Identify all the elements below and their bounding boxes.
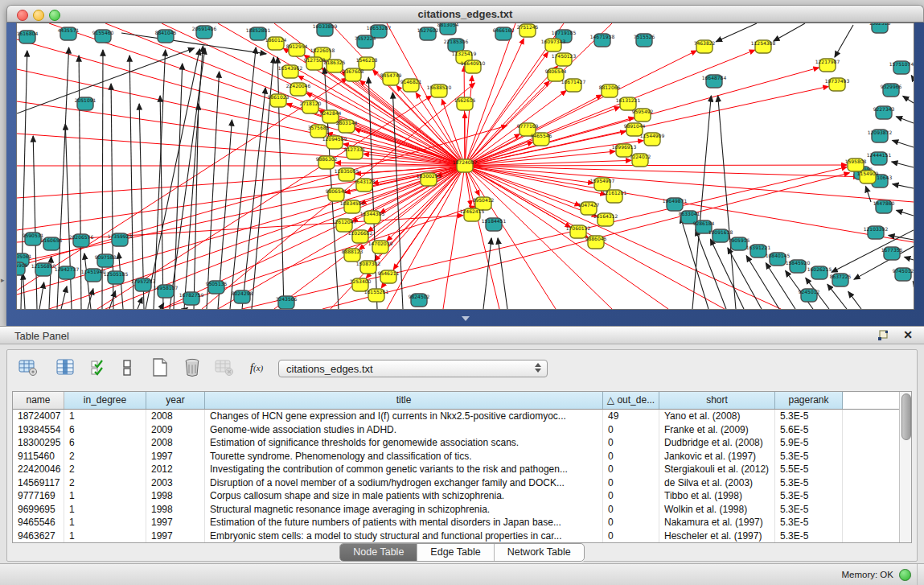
resize-grip[interactable] [917, 564, 918, 585]
rows-icon[interactable] [116, 356, 138, 379]
table-cell[interactable]: Changes of HCN gene expression and I(f) … [205, 410, 603, 423]
table-cell[interactable]: 9465546 [13, 516, 64, 529]
select-columns-icon[interactable] [88, 356, 110, 379]
table-row[interactable]: 911546021997Tourette syndrome. Phenomeno… [13, 450, 911, 463]
table-settings-icon[interactable] [17, 356, 39, 379]
table-cell[interactable]: 1997 [146, 516, 205, 529]
table-cell[interactable]: 1997 [146, 450, 205, 463]
table-row[interactable]: 1456911722003Disruption of a novel membe… [13, 476, 911, 490]
float-window-icon[interactable] [877, 330, 889, 341]
delete-table-icon[interactable] [213, 356, 236, 379]
table-cell[interactable]: 9777169 [13, 489, 64, 503]
table-cell[interactable]: Estimation of significance thresholds fo… [205, 436, 603, 450]
table-row[interactable]: 946362711997Embryonic stem cells: a mode… [13, 529, 911, 543]
table-cell[interactable]: 2009 [146, 423, 205, 437]
table-cell[interactable]: Wolkin et al. (1998) [659, 503, 775, 517]
table-cell[interactable]: 0 [603, 463, 659, 476]
table-cell[interactable]: 1 [64, 503, 146, 517]
table-cell[interactable]: Nakamura et al. (1997) [659, 516, 775, 529]
table-cell[interactable]: 0 [603, 423, 659, 437]
table-cell[interactable]: Dudbridge et al. (2008) [659, 436, 775, 450]
table-cell[interactable]: 0 [603, 516, 659, 529]
table-cell[interactable]: 2008 [146, 410, 205, 423]
table-row[interactable]: 969969511998Structural magnetic resonanc… [13, 503, 911, 517]
table-cell[interactable]: 2003 [146, 476, 205, 490]
table-cell[interactable]: 0 [603, 436, 659, 450]
table-cell[interactable]: 18724007 [13, 410, 64, 423]
table-cell[interactable]: 19384554 [13, 423, 64, 437]
table-cell[interactable]: 5.3E-5 [775, 410, 843, 423]
table-cell[interactable]: 1 [64, 516, 146, 529]
table-cell[interactable]: 1998 [146, 489, 205, 503]
table-cell[interactable]: 5.3E-5 [775, 529, 843, 543]
table-cell[interactable]: Tourette syndrome. Phenomenology and cla… [205, 450, 603, 463]
new-column-icon[interactable] [149, 356, 171, 379]
table-cell[interactable]: 2 [64, 476, 146, 490]
tab-node-table[interactable]: Node Table [340, 544, 417, 561]
table-cell[interactable]: Estimation of the future numbers of pati… [205, 516, 603, 529]
table-cell[interactable]: 2 [64, 463, 146, 476]
network-canvas[interactable]: 1616804443557191554608841045206914061885… [16, 23, 914, 310]
window-titlebar[interactable]: citations_edges.txt [6, 5, 924, 23]
tab-network-table[interactable]: Network Table [495, 544, 584, 561]
table-cell[interactable]: 0 [603, 450, 659, 463]
table-cell[interactable]: 1997 [146, 529, 205, 543]
column-header-short[interactable]: short [659, 392, 775, 409]
table-cell[interactable]: Jankovic et al. (1997) [659, 450, 775, 463]
function-builder-icon[interactable]: f(x) [245, 356, 268, 379]
column-header-in_degree[interactable]: in_degree [64, 392, 146, 409]
table-cell[interactable]: de Silva et al. (2003) [659, 476, 775, 490]
table-cell[interactable]: 5.3E-5 [775, 489, 843, 503]
table-cell[interactable]: 2008 [146, 436, 205, 450]
table-cell[interactable]: 14569117 [13, 476, 64, 490]
table-cell[interactable]: 5.3E-5 [775, 503, 843, 517]
table-selector[interactable]: citations_edges.txt [278, 360, 548, 377]
table-cell[interactable]: 9699695 [13, 503, 64, 517]
table-cell[interactable]: 1 [64, 410, 146, 423]
table-cell[interactable]: Franke et al. (2009) [659, 423, 775, 437]
table-cell[interactable]: 1 [64, 529, 146, 543]
tab-edge-table[interactable]: Edge Table [417, 544, 494, 561]
close-panel-icon[interactable]: ✕ [903, 328, 913, 341]
table-cell[interactable]: 49 [603, 410, 659, 423]
table-row[interactable]: 977716911998Corpus callosum shape and si… [13, 489, 911, 503]
table-row[interactable]: 2242004622012Investigating the contribut… [13, 463, 911, 476]
table-cell[interactable]: Corpus callosum shape and size in male p… [205, 489, 603, 503]
table-cell[interactable]: 0 [603, 489, 659, 503]
table-cell[interactable]: Tibbo et al. (1998) [659, 489, 775, 503]
table-cell[interactable]: 2012 [146, 463, 205, 476]
column-header-out_de...[interactable]: △ out_de... [603, 392, 659, 409]
delete-column-icon[interactable] [181, 356, 203, 379]
table-cell[interactable]: 5.6E-5 [775, 423, 843, 437]
column-header-pagerank[interactable]: pagerank [775, 392, 843, 409]
table-cell[interactable]: 9115460 [13, 450, 64, 463]
table-cell[interactable]: Structural magnetic resonance image aver… [205, 503, 603, 517]
table-cell[interactable]: 1998 [146, 503, 205, 517]
table-cell[interactable]: 5.3E-5 [775, 450, 843, 463]
table-cell[interactable]: Hescheler et al. (1997) [659, 529, 775, 543]
table-row[interactable]: 1830029562008Estimation of significance … [13, 436, 911, 450]
table-cell[interactable]: 0 [603, 529, 659, 543]
scrollbar-thumb[interactable] [901, 393, 911, 440]
table-row[interactable]: 1872400712008Changes of HCN gene express… [13, 410, 911, 423]
table-cell[interactable]: Investigating the contribution of common… [205, 463, 603, 476]
table-cell[interactable]: 22420046 [13, 463, 64, 476]
memory-ok-indicator[interactable] [899, 569, 911, 581]
table-cell[interactable]: 18300295 [13, 436, 64, 450]
table-cell[interactable]: Stergiakouli et al. (2012) [659, 463, 775, 476]
table-cell[interactable]: 9463627 [13, 529, 64, 543]
table-cell[interactable]: 5.5E-5 [775, 463, 843, 476]
splitter-collapse-arrow[interactable]: ▸ [1, 276, 5, 284]
splitter-handle[interactable] [462, 316, 470, 321]
table-row[interactable]: 1938455462009Genome-wide association stu… [13, 423, 911, 437]
column-header-year[interactable]: year [146, 392, 205, 409]
column-header-name[interactable]: name [13, 392, 64, 409]
show-columns-icon[interactable] [54, 356, 76, 379]
vertical-scrollbar[interactable] [899, 392, 911, 542]
table-cell[interactable]: 5.9E-5 [775, 436, 843, 450]
table-cell[interactable]: 1 [64, 489, 146, 503]
table-cell[interactable]: 2 [64, 450, 146, 463]
table-row[interactable]: 946554611997Estimation of the future num… [13, 516, 911, 529]
table-cell[interactable]: 5.3E-5 [775, 516, 843, 529]
table-cell[interactable]: Embryonic stem cells: a model to study s… [205, 529, 603, 543]
